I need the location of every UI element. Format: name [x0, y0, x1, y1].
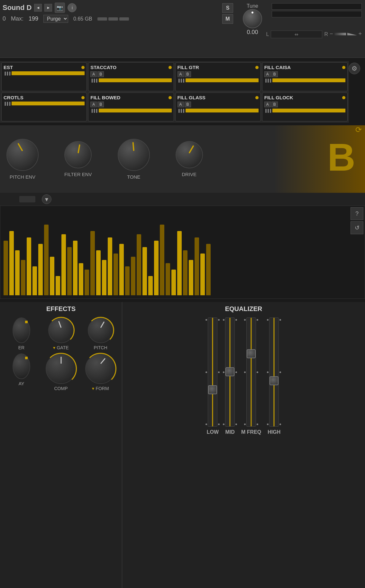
a-button-6[interactable]: A	[178, 102, 184, 107]
step-bar-14[interactable]	[85, 270, 89, 295]
step-bar-34[interactable]	[200, 254, 205, 295]
nav-next-button[interactable]: ►	[44, 4, 52, 12]
step-sequencer[interactable]	[0, 206, 365, 299]
step-bar-30[interactable]	[177, 231, 182, 295]
gear-button[interactable]: ⚙	[349, 63, 360, 74]
eq-fader-track-1[interactable]	[225, 317, 235, 427]
step-bar-10[interactable]	[61, 234, 66, 295]
step-bar-24[interactable]	[142, 247, 147, 295]
step-bar-21[interactable]	[125, 266, 130, 295]
a-button-1[interactable]: A	[90, 71, 97, 77]
step-bar-18[interactable]	[108, 237, 112, 295]
step-bar-6[interactable]	[38, 244, 43, 295]
step-bar-17[interactable]	[102, 260, 106, 295]
step-bar-35[interactable]	[206, 244, 211, 295]
step-bar-13[interactable]	[79, 263, 83, 295]
effect-knob-0[interactable]	[13, 317, 30, 343]
a-button-3[interactable]: A	[264, 71, 271, 77]
filter-env-group: FILTER ENV	[64, 141, 92, 177]
eq-rdot-top-0	[218, 319, 220, 321]
step-bar-26[interactable]	[154, 241, 159, 295]
step-bar-33[interactable]	[195, 237, 199, 295]
cell-name-4: CROTLS	[4, 95, 23, 100]
vol-slider[interactable]	[334, 33, 346, 35]
a-button-5[interactable]: A	[90, 102, 97, 107]
effect-knob-3[interactable]	[13, 353, 30, 379]
b-button-1[interactable]: B	[97, 71, 104, 77]
step-bar-2[interactable]	[15, 250, 20, 295]
step-bar-19[interactable]	[114, 254, 118, 295]
step-bar-0[interactable]	[4, 241, 8, 295]
step-bar-11[interactable]	[67, 247, 72, 295]
step-bar-32[interactable]	[189, 260, 193, 295]
pitch-env-knob[interactable]	[6, 139, 39, 171]
step-bar-12[interactable]	[73, 241, 78, 295]
step-bar-29[interactable]	[171, 270, 176, 295]
instrument-cell-5[interactable]: FILL BOWED A B ▐▐▐	[88, 93, 174, 121]
step-bar-16[interactable]	[96, 250, 101, 295]
vol-plus-button[interactable]: +	[358, 31, 362, 37]
step-bar-4[interactable]	[27, 237, 31, 295]
purge-select[interactable]: Purge	[43, 15, 68, 23]
step-bar-7[interactable]	[44, 225, 49, 295]
cell-bar-container-4: ▐▐▐	[4, 102, 85, 105]
step-bar-20[interactable]	[119, 244, 124, 295]
b-button-2[interactable]: B	[185, 71, 191, 77]
eq-handle-3[interactable]	[269, 376, 278, 385]
camera-button[interactable]: 📷	[55, 3, 65, 13]
step-bar-22[interactable]	[131, 257, 135, 295]
instrument-cell-2[interactable]: FILL GTR A B ▐▐▐	[175, 62, 261, 91]
step-bar-25[interactable]	[148, 276, 153, 295]
b-button-5[interactable]: B	[97, 102, 104, 107]
b-button-7[interactable]: B	[271, 102, 278, 107]
instrument-cell-3[interactable]: FILL CAISA A B ▐▐▐	[262, 62, 348, 91]
eq-fader-track-3[interactable]	[269, 317, 279, 427]
eq-handle-1[interactable]	[225, 367, 234, 376]
ab-buttons-1: A B	[90, 71, 171, 77]
instrument-cell-4[interactable]: CROTLS ▐▐▐	[1, 93, 87, 121]
step-bar-9[interactable]	[56, 276, 60, 295]
tone-knob[interactable]	[118, 139, 150, 171]
effect-knob-5[interactable]	[85, 353, 116, 384]
m-button[interactable]: M	[222, 14, 233, 24]
step-bar-1[interactable]	[9, 231, 14, 295]
loop-icon[interactable]: ⟳	[355, 125, 362, 134]
step-bar-31[interactable]	[183, 250, 187, 295]
effect-knob-1[interactable]	[48, 317, 74, 343]
tune-knob[interactable]	[243, 9, 262, 28]
tune-value: 0.00	[247, 29, 258, 36]
instrument-cell-6[interactable]: FILL GLASS A B ▐▐▐	[175, 93, 261, 121]
s-button[interactable]: S	[222, 3, 233, 13]
instrument-cell-7[interactable]: FILL GLOCK A B ▐▐▐	[262, 93, 348, 121]
seq-question-button[interactable]: ?	[351, 207, 363, 220]
eq-line-3	[274, 318, 275, 426]
step-bar-23[interactable]	[137, 234, 141, 295]
a-button-2[interactable]: A	[178, 71, 184, 77]
seq-reset-button[interactable]: ↺	[351, 221, 363, 234]
drive-knob[interactable]	[176, 141, 203, 168]
eq-handle-2[interactable]	[247, 349, 256, 358]
instrument-cell-1[interactable]: STACCATO A B ▐▐▐	[88, 62, 174, 91]
step-bar-28[interactable]	[166, 263, 170, 295]
b-button-6[interactable]: B	[185, 102, 191, 107]
step-bar-15[interactable]	[90, 231, 95, 295]
instrument-cell-0[interactable]: EST ▐▐▐	[1, 62, 87, 91]
step-bar-27[interactable]	[160, 225, 164, 295]
step-bar-5[interactable]	[32, 266, 37, 295]
eq-dot-top-3	[267, 319, 269, 321]
eq-fader-track-2[interactable]	[246, 317, 256, 427]
filter-env-knob[interactable]	[64, 141, 92, 168]
effect-knob-2[interactable]	[88, 317, 114, 343]
step-bar-8[interactable]	[50, 257, 54, 295]
info-button[interactable]: i	[68, 3, 77, 12]
effect-knob-4[interactable]	[46, 353, 76, 384]
nav-prev-button[interactable]: ◄	[34, 4, 42, 12]
a-button-7[interactable]: A	[264, 102, 271, 107]
b-button-3[interactable]: B	[271, 71, 278, 77]
eq-fader-track-0[interactable]	[208, 317, 217, 427]
vol-minus-button[interactable]: −	[330, 31, 333, 37]
chevron-down-button[interactable]: ▾	[42, 194, 51, 204]
step-bar-3[interactable]	[21, 260, 25, 295]
eq-dots-right-1	[235, 318, 237, 426]
eq-handle-0[interactable]	[208, 385, 217, 394]
